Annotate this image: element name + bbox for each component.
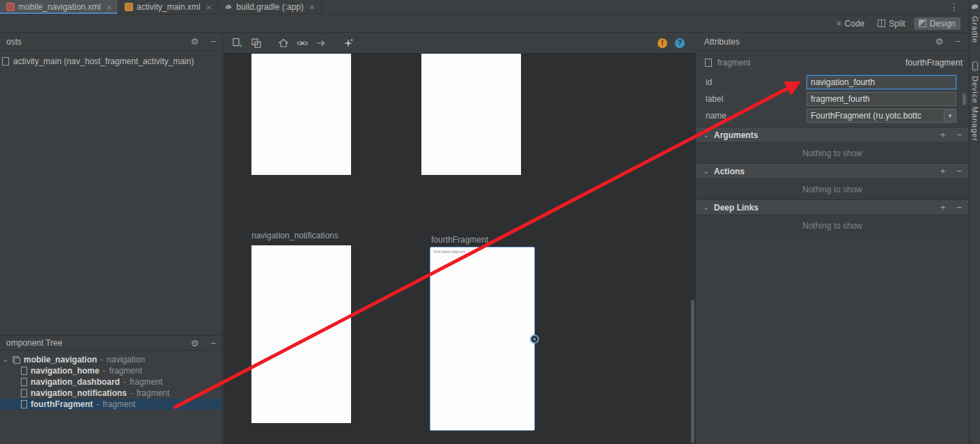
fragment-label-notifications: navigation_notifications <box>251 231 339 240</box>
fragment-preview-fourth-selected[interactable]: Hello blank fragment <box>430 247 535 431</box>
chevron-down-icon: ⌄ <box>703 168 710 175</box>
arguments-empty-state: Nothing to show <box>697 142 968 163</box>
gear-icon[interactable]: ⚙ <box>191 37 199 46</box>
actions-empty-state: Nothing to show <box>697 178 968 199</box>
new-destination-icon[interactable] <box>232 38 243 49</box>
tab-build-gradle[interactable]: build.gradle (:app) × <box>218 0 321 14</box>
link-icon[interactable] <box>297 38 308 49</box>
tab-label: mobile_navigation.xml <box>18 2 101 12</box>
chevron-down-icon: ⌄ <box>703 204 710 211</box>
name-field-label: name <box>706 111 726 121</box>
android-studio-window: mobile_navigation.xml × activity_main.xm… <box>0 0 980 444</box>
empty-state-text: Nothing to show <box>802 221 862 231</box>
tab-mobile-navigation-xml[interactable]: mobile_navigation.xml × <box>0 0 118 14</box>
host-item-label: activity_main (nav_host_fragment_activit… <box>13 56 194 66</box>
fragment-icon <box>21 367 27 375</box>
split-view-label: Split <box>889 19 905 29</box>
tree-item-fourth-fragment[interactable]: fourthFragment - fragment <box>0 399 222 410</box>
tool-strip-device-manager[interactable]: Device Manager <box>971 76 979 141</box>
deep-links-empty-state: Nothing to show <box>697 215 968 236</box>
navigation-xml-file-icon <box>6 3 15 11</box>
section-title: Actions <box>714 167 745 176</box>
tree-item-navigation-home[interactable]: navigation_home - fragment <box>0 365 222 376</box>
name-dropdown[interactable]: FourthFragment (ru.yotc.bottc ▾ <box>807 109 956 123</box>
code-view-button[interactable]: ≡ Code <box>832 17 869 30</box>
fragment-preview-notifications[interactable] <box>251 245 351 423</box>
chevron-down-icon[interactable]: ⌄ <box>2 356 9 363</box>
kebab-menu-icon[interactable]: ⋮ <box>949 1 959 13</box>
remove-icon[interactable]: − <box>956 167 962 176</box>
action-arrow-icon[interactable] <box>316 38 327 49</box>
section-header-deep-links[interactable]: ⌄ Deep Links + − <box>697 199 968 215</box>
tree-item-navigation-notifications[interactable]: navigation_notifications - fragment <box>0 388 222 399</box>
connection-handle[interactable] <box>530 335 539 344</box>
fragment-icon <box>21 378 27 386</box>
id-input[interactable] <box>807 75 956 89</box>
auto-arrange-icon[interactable] <box>343 38 354 49</box>
design-view-button[interactable]: Design <box>914 17 960 30</box>
nested-graph-icon[interactable] <box>251 38 262 49</box>
remove-icon[interactable]: − <box>956 203 962 212</box>
add-icon[interactable]: + <box>940 167 946 176</box>
section-header-actions[interactable]: ⌄ Actions + − <box>697 163 968 178</box>
tree-item-type: navigation <box>107 355 145 365</box>
tree-item-name: navigation_dashboard <box>31 377 120 387</box>
fragment-icon <box>21 400 27 408</box>
tree-item-name: fourthFragment <box>31 399 93 409</box>
chevron-down-icon[interactable]: ▾ <box>944 109 956 122</box>
component-id-value: fourthFragment <box>905 58 963 68</box>
id-field-label: id <box>706 77 712 87</box>
split-view-button[interactable]: Split <box>873 17 910 30</box>
tree-item-sep: - <box>103 366 106 376</box>
add-icon[interactable]: + <box>940 203 946 212</box>
design-canvas-panel: ! ? navigation_notifications fourthFragm… <box>224 33 696 444</box>
editor-mode-bar: ≡ Code Split Design <box>0 15 967 33</box>
add-icon[interactable]: + <box>940 130 946 139</box>
section-header-arguments[interactable]: ⌄ Arguments + − <box>697 127 968 142</box>
gradle-icon[interactable] <box>970 2 979 11</box>
tree-item-type: fragment <box>130 377 162 387</box>
gear-icon[interactable]: ⚙ <box>191 339 199 348</box>
hosts-panel-title: osts <box>6 37 22 47</box>
name-dropdown-value: FourthFragment (ru.yotc.bottc <box>807 109 944 122</box>
code-view-label: Code <box>845 19 865 29</box>
minimize-icon[interactable]: − <box>210 37 216 46</box>
tree-item-name: navigation_home <box>31 366 100 376</box>
attributes-scrollbar-thumb[interactable] <box>963 93 966 105</box>
gear-icon[interactable]: ⚙ <box>935 37 944 46</box>
tree-item-sep: - <box>130 388 133 398</box>
fragment-label-fourth: fourthFragment <box>431 235 488 245</box>
minimize-icon[interactable]: − <box>210 339 216 348</box>
close-icon[interactable]: × <box>206 3 212 12</box>
tree-item-type: fragment <box>102 399 135 409</box>
right-tool-strip: Gradle Device Manager <box>969 0 980 444</box>
split-icon <box>878 20 885 27</box>
fragment-preview-dashboard[interactable] <box>421 54 521 175</box>
canvas-toolbar: ! ? <box>224 33 696 54</box>
tree-item-sep: - <box>100 355 103 365</box>
tab-activity-main-xml[interactable]: activity_main.xml × <box>118 0 218 14</box>
remove-icon[interactable]: − <box>956 130 962 139</box>
minimize-icon[interactable]: − <box>955 37 960 46</box>
label-input[interactable] <box>807 92 956 106</box>
canvas-scrollbar-thumb[interactable] <box>691 300 694 443</box>
design-view-label: Design <box>930 19 956 29</box>
warning-icon[interactable]: ! <box>658 38 667 48</box>
close-icon[interactable]: × <box>107 3 112 12</box>
tool-strip-gradle[interactable]: Gradle <box>971 16 979 43</box>
host-item-activity-main[interactable]: activity_main (nav_host_fragment_activit… <box>0 56 222 66</box>
help-icon[interactable]: ? <box>675 38 685 48</box>
close-icon[interactable]: × <box>309 3 315 12</box>
tree-item-sep: - <box>96 399 99 409</box>
tree-item-name: navigation_notifications <box>31 388 127 398</box>
component-tree-header: omponent Tree ⚙ − <box>0 335 222 351</box>
fragment-preview-home[interactable] <box>251 54 351 175</box>
label-field-label: label <box>706 94 723 104</box>
device-manager-icon[interactable] <box>971 61 979 71</box>
code-icon: ≡ <box>837 20 841 27</box>
home-icon[interactable] <box>278 38 289 49</box>
attributes-title: Attributes <box>704 37 740 47</box>
editor-tab-bar: mobile_navigation.xml × activity_main.xm… <box>0 0 967 15</box>
tree-item-navigation-dashboard[interactable]: navigation_dashboard - fragment <box>0 376 222 388</box>
tree-item-mobile-navigation[interactable]: ⌄ mobile_navigation - navigation <box>0 354 222 365</box>
